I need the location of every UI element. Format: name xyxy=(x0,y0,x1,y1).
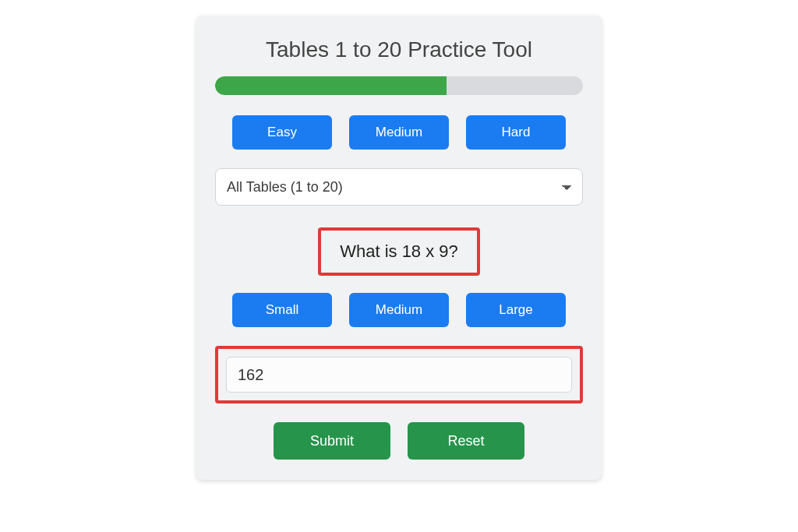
question-highlight: What is 18 x 9? xyxy=(215,227,583,276)
question-box: What is 18 x 9? xyxy=(318,227,480,276)
page-title: Tables 1 to 20 Practice Tool xyxy=(215,37,583,62)
difficulty-easy-button[interactable]: Easy xyxy=(232,115,332,150)
difficulty-row: Easy Medium Hard xyxy=(215,115,583,150)
progress-bar xyxy=(215,76,583,95)
answer-input[interactable] xyxy=(226,357,572,393)
submit-button[interactable]: Submit xyxy=(274,422,390,460)
table-select[interactable]: All Tables (1 to 20) xyxy=(215,168,583,206)
progress-fill xyxy=(215,76,447,95)
size-large-button[interactable]: Large xyxy=(466,293,566,327)
table-select-wrap: All Tables (1 to 20) xyxy=(215,168,583,206)
reset-button[interactable]: Reset xyxy=(408,422,524,460)
size-small-button[interactable]: Small xyxy=(232,293,332,327)
practice-card: Tables 1 to 20 Practice Tool Easy Medium… xyxy=(196,16,602,480)
size-row: Small Medium Large xyxy=(215,293,583,327)
difficulty-medium-button[interactable]: Medium xyxy=(349,115,449,150)
answer-highlight xyxy=(215,346,583,403)
question-text: What is 18 x 9? xyxy=(340,241,458,261)
difficulty-hard-button[interactable]: Hard xyxy=(466,115,566,150)
action-row: Submit Reset xyxy=(215,422,583,460)
size-medium-button[interactable]: Medium xyxy=(349,293,449,327)
